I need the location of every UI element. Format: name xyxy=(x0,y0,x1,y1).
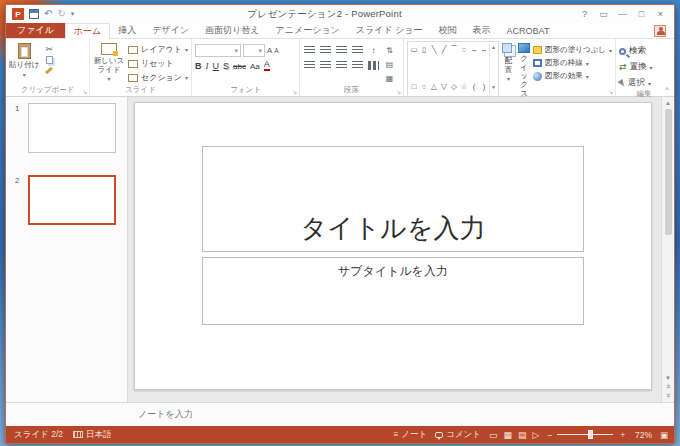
slide-counter[interactable]: スライド 2/2 xyxy=(14,429,63,441)
shape-icon[interactable]: ▯ xyxy=(419,43,429,55)
find-button[interactable]: 検索 xyxy=(619,45,669,57)
layout-button[interactable]: レイアウト ▾ xyxy=(128,44,188,55)
language-indicator[interactable]: 日本語 xyxy=(73,429,112,441)
shape-icon[interactable]: ☆ xyxy=(459,81,469,93)
zoom-slider[interactable] xyxy=(557,434,613,435)
cut-icon[interactable]: ✂ xyxy=(46,45,54,53)
shape-icon[interactable]: □ xyxy=(409,81,419,93)
font-color-button[interactable]: A xyxy=(264,60,270,71)
zoom-slider-thumb[interactable] xyxy=(588,430,593,439)
user-avatar-icon[interactable] xyxy=(654,25,666,37)
bullets-button[interactable] xyxy=(303,45,316,56)
line-spacing-button[interactable]: ↕ xyxy=(367,45,380,56)
title-placeholder[interactable]: タイトルを入力 xyxy=(202,146,584,252)
underline-button[interactable]: U xyxy=(213,61,220,71)
shape-icon[interactable]: ⌒ xyxy=(449,43,459,55)
font-name-combobox[interactable]: ▾ xyxy=(195,44,241,57)
shape-scroll-down-icon[interactable]: ▼ xyxy=(491,84,496,90)
tab-design[interactable]: デザイン xyxy=(144,23,197,38)
reset-button[interactable]: リセット xyxy=(128,58,188,69)
select-button[interactable]: 選択 ▾ xyxy=(619,77,669,89)
section-button[interactable]: セクション ▾ xyxy=(128,72,188,83)
ribbon-options-button[interactable]: ▭ xyxy=(594,9,613,19)
scroll-down-icon[interactable]: ▼ xyxy=(665,374,671,382)
zoom-out-button[interactable]: − xyxy=(547,430,552,440)
fit-to-window-button[interactable]: ▣ xyxy=(660,430,668,440)
copy-icon[interactable] xyxy=(46,56,53,64)
new-slide-dropdown-icon[interactable]: ▾ xyxy=(108,76,111,83)
powerpoint-logo-icon[interactable]: P xyxy=(12,8,24,20)
text-direction-button[interactable]: ⇅ xyxy=(383,44,396,56)
font-dialog-launcher-icon[interactable]: ↘ xyxy=(292,88,297,95)
bold-button[interactable]: B xyxy=(195,61,202,71)
shape-icon[interactable]: ◇ xyxy=(449,81,459,93)
shape-fill-button[interactable]: 図形の塗りつぶし ▾ xyxy=(533,45,612,55)
redo-icon[interactable]: ↻ xyxy=(57,9,65,19)
paste-button[interactable]: 貼り付け ▾ xyxy=(9,41,39,84)
shape-outline-button[interactable]: 図形の枠線 ▾ xyxy=(533,58,612,68)
shape-icon[interactable]: ╱ xyxy=(439,43,449,55)
text-shadow-button[interactable]: S xyxy=(223,61,229,71)
shape-icon[interactable]: ○ xyxy=(419,81,429,93)
shape-icon[interactable]: ▭ xyxy=(409,43,419,55)
undo-icon[interactable]: ↶ xyxy=(44,9,52,19)
close-button[interactable]: × xyxy=(651,9,670,19)
slideshow-view-button[interactable]: ▷ xyxy=(533,430,540,440)
shrink-font-button[interactable]: A xyxy=(274,47,278,54)
previous-slide-button[interactable]: « xyxy=(663,384,672,388)
change-case-button[interactable]: Aa xyxy=(250,62,260,71)
tab-acrobat[interactable]: ACROBAT xyxy=(499,23,558,38)
scroll-up-icon[interactable]: ▲ xyxy=(665,99,671,107)
shape-icon[interactable]: → xyxy=(469,43,479,55)
slide-canvas[interactable]: タイトルを入力 サブタイトルを入力 xyxy=(134,102,652,390)
shape-icon[interactable]: ╲ xyxy=(429,43,439,55)
next-slide-button[interactable]: » xyxy=(663,393,672,397)
shape-icon[interactable]: ○ xyxy=(459,43,469,55)
align-left-button[interactable] xyxy=(303,60,316,71)
paste-dropdown-icon[interactable]: ▾ xyxy=(23,72,26,79)
reading-view-button[interactable]: ▤ xyxy=(518,430,527,440)
decrease-indent-button[interactable] xyxy=(335,45,348,56)
tab-file[interactable]: ファイル xyxy=(6,23,65,38)
shape-effects-button[interactable]: 図形の効果 ▾ xyxy=(533,71,612,81)
comments-toggle-button[interactable]: コメント xyxy=(435,429,481,441)
slide-2-thumbnail[interactable] xyxy=(28,175,116,225)
font-size-combobox[interactable]: ▾ xyxy=(243,44,265,57)
scrollbar-thumb[interactable] xyxy=(665,109,672,235)
slide-sorter-view-button[interactable]: ▦ xyxy=(504,430,513,440)
replace-button[interactable]: ⇄ 置換 ▾ xyxy=(619,61,669,73)
grow-font-button[interactable]: A xyxy=(267,46,272,55)
align-right-button[interactable] xyxy=(335,60,348,71)
notes-pane[interactable]: ノートを入力 xyxy=(6,402,674,426)
normal-view-button[interactable]: ▭ xyxy=(489,430,498,440)
subtitle-placeholder[interactable]: サブタイトルを入力 xyxy=(202,257,584,324)
zoom-percentage[interactable]: 72% xyxy=(635,430,652,440)
shape-icon[interactable]: △ xyxy=(429,81,439,93)
minimize-button[interactable]: — xyxy=(613,9,632,19)
shape-icon[interactable]: ( xyxy=(469,81,479,93)
tab-transitions[interactable]: 画面切り替え xyxy=(197,23,267,38)
slide-editing-area[interactable]: タイトルを入力 サブタイトルを入力 ▲ ▼ « » xyxy=(128,97,674,402)
tab-insert[interactable]: 挿入 xyxy=(110,23,144,38)
new-slide-button[interactable]: 新しいスライド ▾ xyxy=(93,41,125,84)
tab-review[interactable]: 校閲 xyxy=(431,23,465,38)
notes-toggle-button[interactable]: ≡ ノート xyxy=(394,429,428,441)
strikethrough-button[interactable]: abc xyxy=(233,62,246,71)
drawing-dialog-launcher-icon[interactable]: ↘ xyxy=(608,88,613,95)
convert-smartart-button[interactable]: ▦ xyxy=(383,72,396,84)
shape-icon[interactable]: ▽ xyxy=(439,81,449,93)
collapse-ribbon-icon[interactable]: ^ xyxy=(665,85,669,94)
tab-view[interactable]: 表示 xyxy=(465,23,499,38)
zoom-in-button[interactable]: ＋ xyxy=(618,429,627,441)
save-icon[interactable] xyxy=(29,9,39,19)
paragraph-dialog-launcher-icon[interactable]: ↘ xyxy=(396,88,401,95)
numbering-button[interactable] xyxy=(319,45,332,56)
justify-button[interactable] xyxy=(351,60,364,71)
help-button[interactable]: ? xyxy=(575,9,594,19)
align-text-button[interactable]: ▤ xyxy=(383,58,396,70)
tab-slideshow[interactable]: スライド ショー xyxy=(348,23,431,38)
vertical-scrollbar[interactable]: ▲ ▼ « » xyxy=(661,97,674,402)
shape-icon[interactable]: ↔ xyxy=(479,43,489,55)
shape-scroll-up-icon[interactable]: ▲ xyxy=(491,44,496,50)
format-painter-icon[interactable] xyxy=(45,67,53,74)
